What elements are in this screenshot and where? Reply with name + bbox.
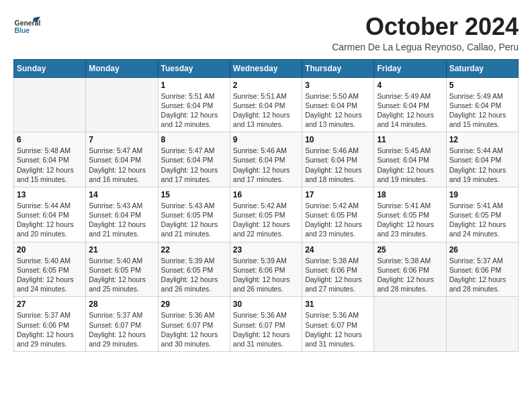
day-number: 24 bbox=[305, 245, 371, 255]
page-header: General Blue October 2024 Carmen De La L… bbox=[13, 13, 519, 52]
day-info: Sunrise: 5:38 AM Sunset: 6:06 PM Dayligh… bbox=[377, 256, 443, 294]
day-number: 9 bbox=[233, 135, 299, 144]
calendar-day-cell bbox=[374, 297, 446, 352]
day-info: Sunrise: 5:48 AM Sunset: 6:04 PM Dayligh… bbox=[17, 146, 83, 184]
calendar-day-cell: 14Sunrise: 5:43 AM Sunset: 6:04 PM Dayli… bbox=[86, 187, 158, 242]
day-info: Sunrise: 5:47 AM Sunset: 6:04 PM Dayligh… bbox=[89, 146, 154, 184]
calendar-day-cell: 19Sunrise: 5:41 AM Sunset: 6:05 PM Dayli… bbox=[446, 187, 518, 242]
month-title: October 2024 bbox=[332, 13, 519, 40]
day-info: Sunrise: 5:40 AM Sunset: 6:05 PM Dayligh… bbox=[17, 256, 83, 294]
day-number: 28 bbox=[89, 300, 154, 309]
day-info: Sunrise: 5:46 AM Sunset: 6:04 PM Dayligh… bbox=[305, 146, 371, 184]
calendar-day-cell: 21Sunrise: 5:40 AM Sunset: 6:05 PM Dayli… bbox=[86, 242, 158, 297]
location-subtitle: Carmen De La Legua Reynoso, Callao, Peru bbox=[332, 42, 519, 52]
day-number: 27 bbox=[17, 300, 83, 309]
calendar-day-cell: 1Sunrise: 5:51 AM Sunset: 6:04 PM Daylig… bbox=[158, 77, 230, 132]
weekday-header-thursday: Thursday bbox=[302, 59, 374, 77]
day-number: 21 bbox=[89, 245, 154, 255]
calendar-day-cell: 7Sunrise: 5:47 AM Sunset: 6:04 PM Daylig… bbox=[86, 132, 158, 187]
calendar-day-cell: 17Sunrise: 5:42 AM Sunset: 6:05 PM Dayli… bbox=[302, 187, 374, 242]
calendar-week-row: 20Sunrise: 5:40 AM Sunset: 6:05 PM Dayli… bbox=[14, 242, 519, 297]
calendar-day-cell: 10Sunrise: 5:46 AM Sunset: 6:04 PM Dayli… bbox=[302, 132, 374, 187]
calendar-header-row: SundayMondayTuesdayWednesdayThursdayFrid… bbox=[14, 59, 519, 77]
day-info: Sunrise: 5:43 AM Sunset: 6:05 PM Dayligh… bbox=[161, 201, 227, 239]
day-number: 16 bbox=[233, 190, 299, 199]
day-number: 8 bbox=[161, 135, 227, 144]
calendar-day-cell: 2Sunrise: 5:51 AM Sunset: 6:04 PM Daylig… bbox=[230, 77, 302, 132]
day-info: Sunrise: 5:47 AM Sunset: 6:04 PM Dayligh… bbox=[161, 146, 227, 184]
day-info: Sunrise: 5:50 AM Sunset: 6:04 PM Dayligh… bbox=[305, 91, 371, 130]
calendar-day-cell: 15Sunrise: 5:43 AM Sunset: 6:05 PM Dayli… bbox=[158, 187, 230, 242]
day-info: Sunrise: 5:36 AM Sunset: 6:07 PM Dayligh… bbox=[305, 310, 371, 349]
day-info: Sunrise: 5:49 AM Sunset: 6:04 PM Dayligh… bbox=[449, 91, 515, 130]
calendar-week-row: 6Sunrise: 5:48 AM Sunset: 6:04 PM Daylig… bbox=[14, 132, 519, 187]
day-info: Sunrise: 5:46 AM Sunset: 6:04 PM Dayligh… bbox=[233, 146, 299, 184]
calendar-day-cell: 31Sunrise: 5:36 AM Sunset: 6:07 PM Dayli… bbox=[302, 297, 374, 352]
day-info: Sunrise: 5:37 AM Sunset: 6:06 PM Dayligh… bbox=[449, 256, 515, 294]
day-number: 15 bbox=[161, 190, 227, 199]
calendar-day-cell: 20Sunrise: 5:40 AM Sunset: 6:05 PM Dayli… bbox=[14, 242, 86, 297]
calendar-day-cell: 16Sunrise: 5:42 AM Sunset: 6:05 PM Dayli… bbox=[230, 187, 302, 242]
day-info: Sunrise: 5:42 AM Sunset: 6:05 PM Dayligh… bbox=[233, 201, 299, 239]
day-info: Sunrise: 5:44 AM Sunset: 6:04 PM Dayligh… bbox=[449, 146, 515, 184]
calendar-table: SundayMondayTuesdayWednesdayThursdayFrid… bbox=[13, 59, 519, 352]
day-number: 1 bbox=[161, 81, 227, 90]
calendar-day-cell: 11Sunrise: 5:45 AM Sunset: 6:04 PM Dayli… bbox=[374, 132, 446, 187]
weekday-header-friday: Friday bbox=[374, 59, 446, 77]
weekday-header-monday: Monday bbox=[86, 59, 158, 77]
day-number: 18 bbox=[377, 190, 443, 199]
calendar-day-cell: 12Sunrise: 5:44 AM Sunset: 6:04 PM Dayli… bbox=[446, 132, 518, 187]
calendar-day-cell: 22Sunrise: 5:39 AM Sunset: 6:05 PM Dayli… bbox=[158, 242, 230, 297]
day-info: Sunrise: 5:41 AM Sunset: 6:05 PM Dayligh… bbox=[377, 201, 443, 239]
calendar-day-cell bbox=[86, 77, 158, 132]
day-number: 3 bbox=[305, 81, 371, 90]
calendar-day-cell: 8Sunrise: 5:47 AM Sunset: 6:04 PM Daylig… bbox=[158, 132, 230, 187]
day-number: 29 bbox=[161, 300, 227, 309]
day-info: Sunrise: 5:37 AM Sunset: 6:06 PM Dayligh… bbox=[17, 310, 83, 349]
day-info: Sunrise: 5:39 AM Sunset: 6:05 PM Dayligh… bbox=[161, 256, 227, 294]
day-number: 13 bbox=[17, 190, 83, 199]
day-number: 12 bbox=[449, 135, 515, 144]
logo: General Blue bbox=[13, 13, 43, 40]
day-number: 14 bbox=[89, 190, 154, 199]
calendar-day-cell: 24Sunrise: 5:38 AM Sunset: 6:06 PM Dayli… bbox=[302, 242, 374, 297]
day-info: Sunrise: 5:38 AM Sunset: 6:06 PM Dayligh… bbox=[305, 256, 371, 294]
day-number: 5 bbox=[449, 81, 515, 90]
calendar-day-cell: 9Sunrise: 5:46 AM Sunset: 6:04 PM Daylig… bbox=[230, 132, 302, 187]
day-number: 11 bbox=[377, 135, 443, 144]
calendar-day-cell: 26Sunrise: 5:37 AM Sunset: 6:06 PM Dayli… bbox=[446, 242, 518, 297]
day-number: 2 bbox=[233, 81, 299, 90]
calendar-day-cell: 25Sunrise: 5:38 AM Sunset: 6:06 PM Dayli… bbox=[374, 242, 446, 297]
day-number: 7 bbox=[89, 135, 154, 144]
calendar-day-cell: 4Sunrise: 5:49 AM Sunset: 6:04 PM Daylig… bbox=[374, 77, 446, 132]
day-number: 22 bbox=[161, 245, 227, 255]
calendar-day-cell: 18Sunrise: 5:41 AM Sunset: 6:05 PM Dayli… bbox=[374, 187, 446, 242]
day-info: Sunrise: 5:37 AM Sunset: 6:07 PM Dayligh… bbox=[89, 310, 154, 349]
day-number: 19 bbox=[449, 190, 515, 199]
day-info: Sunrise: 5:36 AM Sunset: 6:07 PM Dayligh… bbox=[161, 310, 227, 349]
calendar-day-cell: 27Sunrise: 5:37 AM Sunset: 6:06 PM Dayli… bbox=[14, 297, 86, 352]
day-number: 25 bbox=[377, 245, 443, 255]
day-info: Sunrise: 5:44 AM Sunset: 6:04 PM Dayligh… bbox=[17, 201, 83, 239]
day-number: 17 bbox=[305, 190, 371, 199]
calendar-day-cell: 13Sunrise: 5:44 AM Sunset: 6:04 PM Dayli… bbox=[14, 187, 86, 242]
calendar-day-cell: 6Sunrise: 5:48 AM Sunset: 6:04 PM Daylig… bbox=[14, 132, 86, 187]
svg-text:Blue: Blue bbox=[15, 27, 30, 34]
weekday-header-saturday: Saturday bbox=[446, 59, 518, 77]
day-number: 6 bbox=[17, 135, 83, 144]
day-number: 20 bbox=[17, 245, 83, 255]
day-number: 31 bbox=[305, 300, 371, 309]
calendar-week-row: 1Sunrise: 5:51 AM Sunset: 6:04 PM Daylig… bbox=[14, 77, 519, 132]
day-info: Sunrise: 5:41 AM Sunset: 6:05 PM Dayligh… bbox=[449, 201, 515, 239]
calendar-day-cell: 23Sunrise: 5:39 AM Sunset: 6:06 PM Dayli… bbox=[230, 242, 302, 297]
weekday-header-wednesday: Wednesday bbox=[230, 59, 302, 77]
title-block: October 2024 Carmen De La Legua Reynoso,… bbox=[332, 13, 519, 52]
calendar-day-cell: 30Sunrise: 5:36 AM Sunset: 6:07 PM Dayli… bbox=[230, 297, 302, 352]
day-info: Sunrise: 5:45 AM Sunset: 6:04 PM Dayligh… bbox=[377, 146, 443, 184]
day-info: Sunrise: 5:39 AM Sunset: 6:06 PM Dayligh… bbox=[233, 256, 299, 294]
day-number: 4 bbox=[377, 81, 443, 90]
calendar-day-cell bbox=[14, 77, 86, 132]
day-info: Sunrise: 5:51 AM Sunset: 6:04 PM Dayligh… bbox=[233, 91, 299, 130]
calendar-day-cell bbox=[446, 297, 518, 352]
day-info: Sunrise: 5:42 AM Sunset: 6:05 PM Dayligh… bbox=[305, 201, 371, 239]
